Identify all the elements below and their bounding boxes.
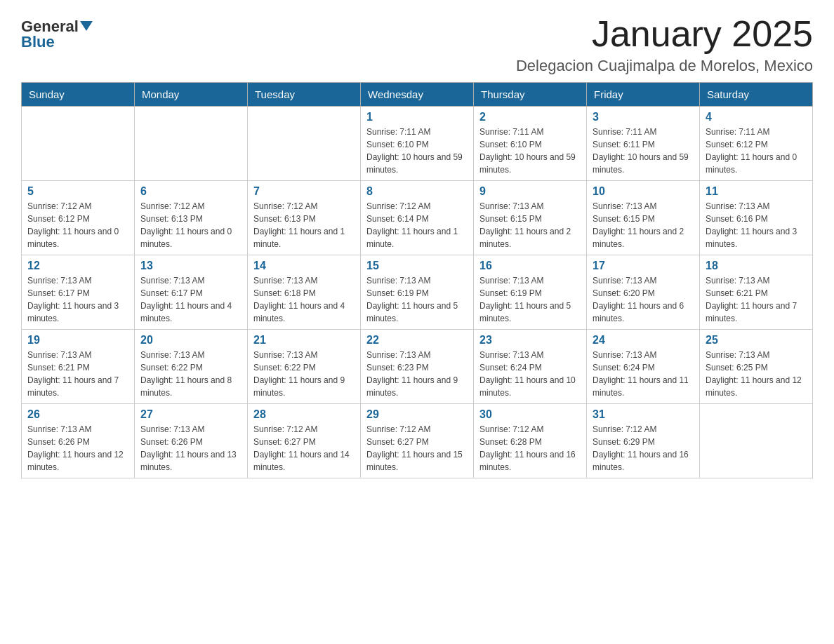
day-number: 24 xyxy=(593,334,694,347)
day-number: 19 xyxy=(27,334,128,347)
calendar-cell: 13Sunrise: 7:13 AM Sunset: 6:17 PM Dayli… xyxy=(135,255,248,330)
week-row-3: 12Sunrise: 7:13 AM Sunset: 6:17 PM Dayli… xyxy=(22,255,813,330)
day-number: 10 xyxy=(593,185,694,198)
day-info: Sunrise: 7:13 AM Sunset: 6:26 PM Dayligh… xyxy=(27,423,128,474)
logo-triangle-icon xyxy=(80,21,93,31)
calendar-cell xyxy=(248,107,361,181)
day-info: Sunrise: 7:13 AM Sunset: 6:22 PM Dayligh… xyxy=(253,349,355,399)
day-info: Sunrise: 7:11 AM Sunset: 6:10 PM Dayligh… xyxy=(366,126,468,176)
day-number: 2 xyxy=(479,111,581,123)
day-number: 27 xyxy=(140,408,241,421)
day-info: Sunrise: 7:12 AM Sunset: 6:27 PM Dayligh… xyxy=(366,423,468,474)
calendar-cell: 24Sunrise: 7:13 AM Sunset: 6:24 PM Dayli… xyxy=(587,330,700,404)
calendar-cell xyxy=(135,107,248,181)
day-info: Sunrise: 7:12 AM Sunset: 6:29 PM Dayligh… xyxy=(593,423,694,474)
day-number: 13 xyxy=(140,260,241,272)
calendar-cell: 21Sunrise: 7:13 AM Sunset: 6:22 PM Dayli… xyxy=(248,330,361,404)
day-info: Sunrise: 7:13 AM Sunset: 6:15 PM Dayligh… xyxy=(593,200,694,250)
calendar-cell: 9Sunrise: 7:13 AM Sunset: 6:15 PM Daylig… xyxy=(474,181,587,255)
calendar-cell: 25Sunrise: 7:13 AM Sunset: 6:25 PM Dayli… xyxy=(700,330,813,404)
weekday-thursday: Thursday xyxy=(474,83,587,107)
day-info: Sunrise: 7:13 AM Sunset: 6:19 PM Dayligh… xyxy=(479,274,581,325)
calendar-header: SundayMondayTuesdayWednesdayThursdayFrid… xyxy=(22,83,813,107)
day-number: 8 xyxy=(366,185,468,198)
day-info: Sunrise: 7:13 AM Sunset: 6:17 PM Dayligh… xyxy=(27,274,128,325)
calendar-cell: 15Sunrise: 7:13 AM Sunset: 6:19 PM Dayli… xyxy=(361,255,474,330)
day-info: Sunrise: 7:13 AM Sunset: 6:21 PM Dayligh… xyxy=(706,274,807,325)
day-number: 6 xyxy=(140,185,241,198)
day-number: 1 xyxy=(366,111,468,123)
day-number: 31 xyxy=(593,408,694,421)
day-number: 30 xyxy=(479,408,581,421)
calendar-cell: 17Sunrise: 7:13 AM Sunset: 6:20 PM Dayli… xyxy=(587,255,700,330)
day-number: 23 xyxy=(479,334,581,347)
calendar-cell: 2Sunrise: 7:11 AM Sunset: 6:10 PM Daylig… xyxy=(474,107,587,181)
day-info: Sunrise: 7:13 AM Sunset: 6:23 PM Dayligh… xyxy=(366,349,468,399)
day-number: 18 xyxy=(706,260,807,272)
calendar-table: SundayMondayTuesdayWednesdayThursdayFrid… xyxy=(21,82,813,478)
week-row-4: 19Sunrise: 7:13 AM Sunset: 6:21 PM Dayli… xyxy=(22,330,813,404)
month-title: January 2025 xyxy=(516,14,813,54)
day-info: Sunrise: 7:12 AM Sunset: 6:12 PM Dayligh… xyxy=(27,200,128,250)
calendar-cell: 19Sunrise: 7:13 AM Sunset: 6:21 PM Dayli… xyxy=(22,330,135,404)
day-info: Sunrise: 7:11 AM Sunset: 6:11 PM Dayligh… xyxy=(593,126,694,176)
calendar-cell: 29Sunrise: 7:12 AM Sunset: 6:27 PM Dayli… xyxy=(361,404,474,478)
day-number: 4 xyxy=(706,111,807,123)
logo: General Blue xyxy=(21,18,93,51)
day-number: 12 xyxy=(27,260,128,272)
calendar-cell xyxy=(700,404,813,478)
day-info: Sunrise: 7:13 AM Sunset: 6:19 PM Dayligh… xyxy=(366,274,468,325)
calendar-cell: 12Sunrise: 7:13 AM Sunset: 6:17 PM Dayli… xyxy=(22,255,135,330)
weekday-tuesday: Tuesday xyxy=(248,83,361,107)
day-info: Sunrise: 7:13 AM Sunset: 6:18 PM Dayligh… xyxy=(253,274,355,325)
day-number: 26 xyxy=(27,408,128,421)
location-title: Delegacion Cuajimalpa de Morelos, Mexico xyxy=(516,57,813,75)
weekday-wednesday: Wednesday xyxy=(361,83,474,107)
calendar-cell: 8Sunrise: 7:12 AM Sunset: 6:14 PM Daylig… xyxy=(361,181,474,255)
calendar-cell: 5Sunrise: 7:12 AM Sunset: 6:12 PM Daylig… xyxy=(22,181,135,255)
day-number: 21 xyxy=(253,334,355,347)
calendar-cell: 22Sunrise: 7:13 AM Sunset: 6:23 PM Dayli… xyxy=(361,330,474,404)
day-number: 20 xyxy=(140,334,241,347)
day-info: Sunrise: 7:13 AM Sunset: 6:24 PM Dayligh… xyxy=(593,349,694,399)
day-info: Sunrise: 7:12 AM Sunset: 6:13 PM Dayligh… xyxy=(140,200,241,250)
day-info: Sunrise: 7:13 AM Sunset: 6:25 PM Dayligh… xyxy=(706,349,807,399)
day-info: Sunrise: 7:11 AM Sunset: 6:12 PM Dayligh… xyxy=(706,126,807,176)
weekday-sunday: Sunday xyxy=(22,83,135,107)
calendar-cell: 6Sunrise: 7:12 AM Sunset: 6:13 PM Daylig… xyxy=(135,181,248,255)
day-number: 16 xyxy=(479,260,581,272)
week-row-5: 26Sunrise: 7:13 AM Sunset: 6:26 PM Dayli… xyxy=(22,404,813,478)
day-info: Sunrise: 7:13 AM Sunset: 6:22 PM Dayligh… xyxy=(140,349,241,399)
calendar-cell xyxy=(22,107,135,181)
calendar-cell: 20Sunrise: 7:13 AM Sunset: 6:22 PM Dayli… xyxy=(135,330,248,404)
logo-blue-text: Blue xyxy=(21,33,55,51)
day-number: 22 xyxy=(366,334,468,347)
day-info: Sunrise: 7:11 AM Sunset: 6:10 PM Dayligh… xyxy=(479,126,581,176)
day-number: 14 xyxy=(253,260,355,272)
day-number: 28 xyxy=(253,408,355,421)
day-number: 17 xyxy=(593,260,694,272)
day-info: Sunrise: 7:13 AM Sunset: 6:24 PM Dayligh… xyxy=(479,349,581,399)
calendar-cell: 11Sunrise: 7:13 AM Sunset: 6:16 PM Dayli… xyxy=(700,181,813,255)
day-number: 9 xyxy=(479,185,581,198)
day-number: 29 xyxy=(366,408,468,421)
calendar-cell: 16Sunrise: 7:13 AM Sunset: 6:19 PM Dayli… xyxy=(474,255,587,330)
calendar-cell: 18Sunrise: 7:13 AM Sunset: 6:21 PM Dayli… xyxy=(700,255,813,330)
day-info: Sunrise: 7:13 AM Sunset: 6:20 PM Dayligh… xyxy=(593,274,694,325)
day-info: Sunrise: 7:13 AM Sunset: 6:26 PM Dayligh… xyxy=(140,423,241,474)
weekday-saturday: Saturday xyxy=(700,83,813,107)
day-info: Sunrise: 7:12 AM Sunset: 6:28 PM Dayligh… xyxy=(479,423,581,474)
calendar-cell: 14Sunrise: 7:13 AM Sunset: 6:18 PM Dayli… xyxy=(248,255,361,330)
title-block: January 2025 Delegacion Cuajimalpa de Mo… xyxy=(516,14,813,75)
day-number: 25 xyxy=(706,334,807,347)
calendar-cell: 1Sunrise: 7:11 AM Sunset: 6:10 PM Daylig… xyxy=(361,107,474,181)
calendar-cell: 4Sunrise: 7:11 AM Sunset: 6:12 PM Daylig… xyxy=(700,107,813,181)
day-number: 3 xyxy=(593,111,694,123)
week-row-2: 5Sunrise: 7:12 AM Sunset: 6:12 PM Daylig… xyxy=(22,181,813,255)
calendar-cell: 23Sunrise: 7:13 AM Sunset: 6:24 PM Dayli… xyxy=(474,330,587,404)
weekday-friday: Friday xyxy=(587,83,700,107)
calendar-cell: 31Sunrise: 7:12 AM Sunset: 6:29 PM Dayli… xyxy=(587,404,700,478)
calendar-cell: 7Sunrise: 7:12 AM Sunset: 6:13 PM Daylig… xyxy=(248,181,361,255)
day-info: Sunrise: 7:13 AM Sunset: 6:16 PM Dayligh… xyxy=(706,200,807,250)
day-number: 5 xyxy=(27,185,128,198)
